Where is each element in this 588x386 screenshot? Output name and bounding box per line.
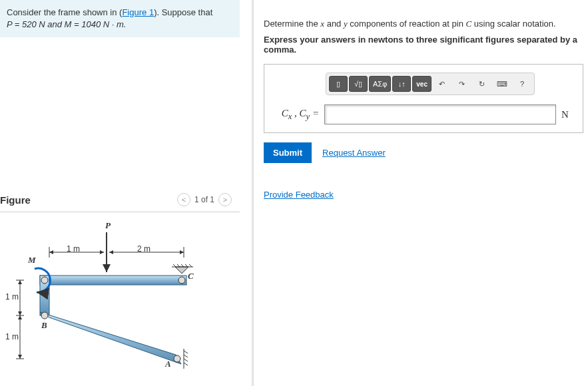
svg-point-4 xyxy=(41,277,48,284)
submit-button[interactable]: Submit xyxy=(264,142,312,163)
label-p: P xyxy=(105,220,111,231)
subscript-button[interactable]: ↓↑ xyxy=(392,76,411,92)
prompt-end: using scalar notation. xyxy=(471,19,555,29)
problem-text-prefix: Consider the frame shown in ( xyxy=(7,7,122,17)
svg-point-3 xyxy=(41,312,48,319)
svg-point-6 xyxy=(174,355,180,362)
vector-button[interactable]: vec xyxy=(412,76,432,92)
prompt-pre: Determine the xyxy=(264,19,320,29)
svg-line-16 xyxy=(184,355,188,357)
label-b: B xyxy=(41,320,47,331)
keyboard-button[interactable]: ⌨ xyxy=(493,76,511,92)
prompt-post: components of reaction at pin xyxy=(348,19,466,29)
pager-next-button[interactable]: > xyxy=(218,193,232,206)
svg-marker-7 xyxy=(175,267,188,274)
answer-format-hint: Express your answers in newtons to three… xyxy=(264,35,588,55)
svg-line-15 xyxy=(184,351,188,353)
svg-line-13 xyxy=(189,264,192,267)
figure-link[interactable]: Figure 1 xyxy=(122,7,154,17)
redo-button[interactable]: ↷ xyxy=(453,76,471,92)
provide-feedback-link[interactable]: Provide Feedback xyxy=(264,190,588,200)
svg-line-18 xyxy=(184,363,188,365)
problem-statement: Consider the frame shown in (Figure 1). … xyxy=(0,0,240,37)
variable-label: Cx , Cy = xyxy=(272,108,319,122)
figure-panel: Figure < 1 of 1 > xyxy=(0,193,240,372)
svg-line-10 xyxy=(177,264,180,267)
unit-label: N xyxy=(561,109,575,120)
question-prompt: Determine the x and y components of reac… xyxy=(264,19,588,29)
svg-point-5 xyxy=(178,277,185,284)
greek-button[interactable]: ΑΣφ xyxy=(369,76,391,92)
dim-1m-top: 1 m xyxy=(67,244,80,254)
dim-1m-left-lower: 1 m xyxy=(5,332,19,341)
svg-marker-2 xyxy=(40,312,181,364)
reset-button[interactable]: ↻ xyxy=(473,76,491,92)
dim-2m: 2 m xyxy=(137,244,150,254)
dim-1m-left-upper: 1 m xyxy=(5,292,19,301)
svg-line-9 xyxy=(173,264,176,267)
svg-line-11 xyxy=(181,264,184,267)
label-a: A xyxy=(165,359,171,369)
svg-line-17 xyxy=(184,359,188,361)
problem-values: P = 520 N and M = 1040 N · m. xyxy=(7,19,126,29)
request-answer-link[interactable]: Request Answer xyxy=(322,148,386,158)
equation-toolbar: ▯ √▯ ΑΣφ ↓↑ vec ↶ ↷ ↻ ⌨ ? xyxy=(326,73,535,95)
svg-line-12 xyxy=(185,264,188,267)
label-m: M xyxy=(28,255,36,266)
fraction-button[interactable]: √▯ xyxy=(349,76,368,92)
answer-box: ▯ √▯ ΑΣφ ↓↑ vec ↶ ↷ ↻ ⌨ ? Cx , Cy = N xyxy=(264,64,583,133)
svg-rect-0 xyxy=(40,276,186,285)
problem-text-suffix: ). Suppose that xyxy=(154,7,212,17)
figure-title: Figure xyxy=(0,194,31,206)
prompt-c: C xyxy=(466,19,472,29)
templates-button[interactable]: ▯ xyxy=(329,76,348,92)
label-c: C xyxy=(188,271,194,282)
pager-prev-button[interactable]: < xyxy=(177,193,190,206)
help-button[interactable]: ? xyxy=(513,76,531,92)
pager-text: 1 of 1 xyxy=(194,195,214,204)
figure-pager: < 1 of 1 > xyxy=(177,193,232,206)
undo-button[interactable]: ↶ xyxy=(433,76,451,92)
prompt-mid: and xyxy=(324,19,344,29)
panel-divider xyxy=(252,0,254,386)
figure-diagram: P M C B A 1 m 2 m 1 m 1 m ▴ ▾ xyxy=(0,219,226,372)
answer-input[interactable] xyxy=(324,104,556,124)
